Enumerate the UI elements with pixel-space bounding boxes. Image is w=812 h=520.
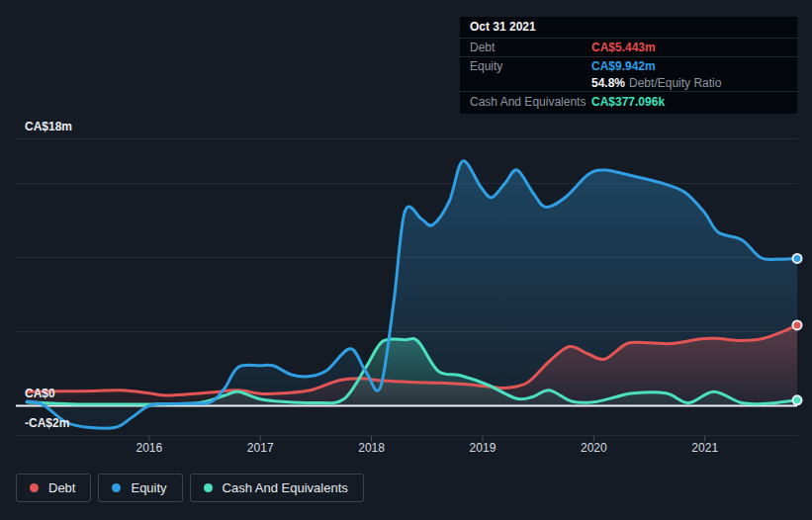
tooltip-row-cash: Cash And Equivalents CA$377.096k	[460, 92, 797, 114]
legend: Debt Equity Cash And Equivalents	[16, 474, 364, 502]
x-axis-label-2018: 2018	[347, 441, 397, 455]
x-axis-label-2017: 2017	[235, 441, 285, 455]
tooltip-equity-value: CA$9.942m	[591, 59, 656, 73]
x-axis-label-2019: 2019	[458, 441, 507, 455]
equity-legend-dot-icon	[112, 483, 121, 492]
tooltip-debt-label: Debt	[470, 41, 591, 54]
debt-legend-dot-icon	[30, 483, 39, 492]
end-marker-equity[interactable]	[793, 254, 802, 263]
legend-item-equity[interactable]: Equity	[98, 474, 182, 502]
tooltip-equity-label: Equity	[470, 59, 591, 73]
legend-equity-label: Equity	[131, 480, 166, 495]
tooltip-ratio-label: Debt/Equity Ratio	[629, 76, 721, 90]
tooltip-row-debt: Debt CA$5.443m	[460, 39, 797, 57]
x-axis-label-2016: 2016	[125, 441, 174, 455]
y-axis-label-0: CA$0	[25, 388, 55, 400]
tooltip-ratio-value: 54.8%	[591, 76, 625, 90]
legend-item-cash[interactable]: Cash And Equivalents	[190, 474, 364, 502]
x-axis-label-2021: 2021	[680, 441, 730, 455]
legend-cash-label: Cash And Equivalents	[223, 480, 348, 495]
y-axis-label-18m: CA$18m	[25, 121, 72, 133]
tooltip: Oct 31 2021 Debt CA$5.443m Equity CA$9.9…	[460, 17, 797, 114]
x-axis-label-2020: 2020	[569, 441, 618, 455]
debt-equity-history-chart: CA$18m CA$0 -CA$2m 2016 2017 2018 2019 2…	[0, 0, 812, 520]
tooltip-date: Oct 31 2021	[460, 17, 797, 39]
tooltip-cash-label: Cash And Equivalents	[470, 95, 591, 109]
tooltip-debt-value: CA$5.443m	[591, 41, 656, 54]
legend-debt-label: Debt	[48, 480, 75, 495]
tooltip-cash-value: CA$377.096k	[591, 95, 665, 109]
end-marker-cash-and-equivalents[interactable]	[793, 395, 802, 404]
legend-item-debt[interactable]: Debt	[16, 474, 91, 502]
tooltip-row-ratio: 54.8%Debt/Equity Ratio	[460, 75, 797, 92]
tooltip-row-equity: Equity CA$9.942m	[460, 57, 797, 75]
end-marker-debt[interactable]	[793, 320, 802, 329]
cash-legend-dot-icon	[204, 483, 213, 492]
y-axis-label-neg2m: -CA$2m	[25, 417, 69, 430]
